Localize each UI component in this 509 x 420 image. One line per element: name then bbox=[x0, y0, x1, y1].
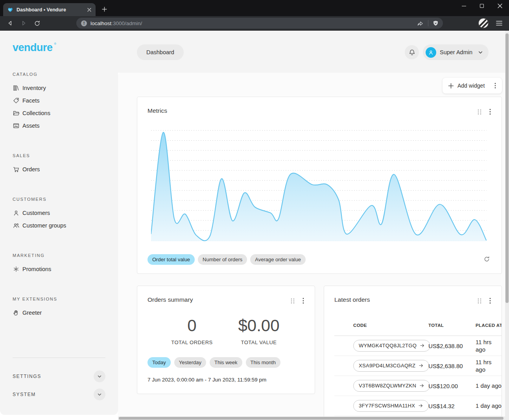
date-range-chips: Today Yesterday This week This month bbox=[148, 357, 280, 368]
widget-title: Orders summary bbox=[148, 296, 193, 303]
reload-icon[interactable] bbox=[31, 18, 42, 29]
metrics-widget: Metrics bbox=[137, 97, 502, 274]
sidebar-item-promotions[interactable]: Promotions bbox=[13, 263, 105, 275]
kebab-menu-icon[interactable] bbox=[489, 108, 491, 115]
sidebar-item-label: Inventory bbox=[22, 85, 46, 91]
legend-chip-number-of-orders[interactable]: Number of orders bbox=[198, 254, 247, 265]
system-label: SYSTEM bbox=[13, 392, 36, 397]
orders-summary-widget: Orders summary 0 TOTAL ORDERS $0.00 TOTA… bbox=[137, 286, 315, 394]
widget-title: Metrics bbox=[148, 107, 167, 114]
order-total: US$14.32 bbox=[428, 402, 455, 409]
tab-close-icon[interactable] bbox=[86, 7, 92, 13]
order-code-link[interactable]: XSA9PD4LM3CGAQRZ bbox=[353, 360, 429, 372]
range-chip-yesterday[interactable]: Yesterday bbox=[174, 357, 206, 368]
chevron-down-icon bbox=[98, 394, 101, 396]
sidebar-item-greeter[interactable]: Greeter bbox=[13, 306, 105, 319]
sidebar-section-settings[interactable]: SETTINGS bbox=[13, 367, 105, 385]
range-chip-this-month[interactable]: This month bbox=[246, 357, 280, 368]
sidebar-item-customer-groups[interactable]: Customer groups bbox=[13, 219, 105, 232]
chevron-down-icon bbox=[98, 376, 101, 378]
order-row: WYMGK4TQQ8JL2TGQ US$2,638.80 11 hrs ago bbox=[324, 336, 502, 356]
order-code: V3T6BW8ZQLWMYZKN bbox=[359, 383, 416, 389]
sidebar-item-facets[interactable]: Facets bbox=[13, 94, 105, 107]
order-total: US$120.00 bbox=[428, 382, 458, 389]
sidebar-item-assets[interactable]: Assets bbox=[13, 119, 105, 132]
back-icon[interactable] bbox=[5, 18, 16, 29]
range-chip-today[interactable]: Today bbox=[148, 357, 171, 368]
sidebar-item-label: Assets bbox=[22, 123, 40, 129]
cart-icon bbox=[13, 166, 20, 173]
kebab-menu-icon[interactable] bbox=[489, 297, 491, 304]
sidebar-item-orders[interactable]: Orders bbox=[13, 163, 105, 176]
browser-chrome: Dashboard • Vendure bbox=[0, 0, 509, 31]
section-label-marketing: MARKETING bbox=[13, 253, 105, 258]
order-code-link[interactable]: V3T6BW8ZQLWMYZKN bbox=[353, 380, 430, 392]
total-value-value: $0.00 bbox=[219, 317, 298, 334]
admin-app: vendure CATALOG Inventory Facets Collect… bbox=[0, 31, 509, 420]
new-tab-button[interactable] bbox=[99, 4, 109, 14]
order-code: WYMGK4TQQ8JL2TGQ bbox=[359, 343, 417, 348]
drag-handle-icon[interactable] bbox=[290, 298, 295, 304]
date-range-text: 7 Jun 2023, 0:00:00 am - 7 Jun 2023, 11:… bbox=[148, 377, 266, 383]
order-code-link[interactable]: 3FY7FSCWSHMA11HX bbox=[353, 400, 429, 412]
share-icon[interactable] bbox=[417, 20, 424, 27]
sidebar-item-label: Promotions bbox=[22, 266, 51, 272]
brave-shield-icon[interactable] bbox=[432, 20, 439, 27]
widget-tools bbox=[290, 297, 304, 304]
user-menu[interactable]: Super Admin bbox=[423, 44, 489, 60]
arrow-right-icon bbox=[419, 383, 424, 388]
sidebar: vendure CATALOG Inventory Facets Collect… bbox=[0, 31, 118, 415]
order-code: XSA9PD4LM3CGAQRZ bbox=[359, 363, 415, 369]
sidebar-item-customers[interactable]: Customers bbox=[13, 207, 105, 219]
widget-tools bbox=[477, 297, 491, 304]
add-widget-button[interactable]: Add widget bbox=[443, 78, 502, 94]
window-maximize-button[interactable] bbox=[473, 0, 491, 12]
forward-icon[interactable] bbox=[18, 18, 29, 29]
notifications-button[interactable] bbox=[405, 45, 419, 59]
sidebar-section-system[interactable]: SYSTEM bbox=[13, 385, 105, 403]
profile-avatar[interactable] bbox=[478, 18, 489, 28]
system-expand-button[interactable] bbox=[94, 389, 105, 400]
legend-chip-average-order-value[interactable]: Average order value bbox=[250, 254, 306, 265]
horizontal-scrollbar[interactable] bbox=[118, 416, 509, 420]
url-text: localhost:3000/admin/ bbox=[90, 20, 417, 26]
widget-title: Latest orders bbox=[334, 296, 370, 303]
sidebar-item-inventory[interactable]: Inventory bbox=[13, 82, 105, 94]
chart-legend: Order total value Number of orders Avera… bbox=[148, 254, 306, 265]
section-label-catalog: CATALOG bbox=[13, 72, 105, 77]
browser-toolbar: localhost:3000/admin/ bbox=[0, 16, 509, 31]
site-info-icon[interactable] bbox=[81, 20, 87, 26]
drag-handle-icon[interactable] bbox=[477, 109, 482, 115]
window-minimize-button[interactable] bbox=[455, 0, 473, 12]
metrics-chart-svg bbox=[151, 130, 487, 244]
url-bar[interactable]: localhost:3000/admin/ bbox=[76, 18, 443, 29]
horizontal-scrollbar-thumb[interactable] bbox=[119, 417, 503, 420]
order-placed-at: 1 day ago bbox=[476, 382, 501, 390]
breadcrumb[interactable]: Dashboard bbox=[137, 44, 184, 60]
browser-tab[interactable]: Dashboard • Vendure bbox=[3, 3, 96, 16]
drag-handle-icon[interactable] bbox=[477, 298, 482, 304]
range-chip-this-week[interactable]: This week bbox=[210, 357, 242, 368]
chart-area-fill bbox=[151, 132, 486, 241]
refresh-button[interactable] bbox=[480, 253, 493, 265]
sidebar-section-sales: SALES Orders bbox=[13, 153, 105, 176]
metrics-chart bbox=[151, 130, 487, 244]
vendure-favicon-icon bbox=[7, 7, 13, 13]
vertical-scrollbar-thumb[interactable] bbox=[505, 33, 509, 303]
avatar bbox=[426, 47, 436, 58]
kebab-menu-icon[interactable] bbox=[302, 297, 304, 304]
sidebar-item-label: Collections bbox=[22, 110, 50, 116]
library-icon bbox=[13, 84, 20, 92]
sidebar-item-collections[interactable]: Collections bbox=[13, 107, 105, 119]
window-close-button[interactable] bbox=[491, 0, 509, 12]
column-header-placed-at: PLACED AT bbox=[476, 323, 502, 328]
legend-chip-order-total-value[interactable]: Order total value bbox=[148, 254, 195, 265]
vertical-scrollbar[interactable] bbox=[505, 31, 509, 420]
order-code-link[interactable]: WYMGK4TQQ8JL2TGQ bbox=[353, 340, 430, 352]
settings-label: SETTINGS bbox=[13, 374, 41, 379]
plus-icon bbox=[448, 83, 454, 89]
settings-expand-button[interactable] bbox=[94, 370, 105, 382]
kebab-menu-icon[interactable] bbox=[492, 83, 498, 89]
browser-menu-icon[interactable] bbox=[494, 18, 504, 28]
hand-icon bbox=[13, 309, 20, 316]
